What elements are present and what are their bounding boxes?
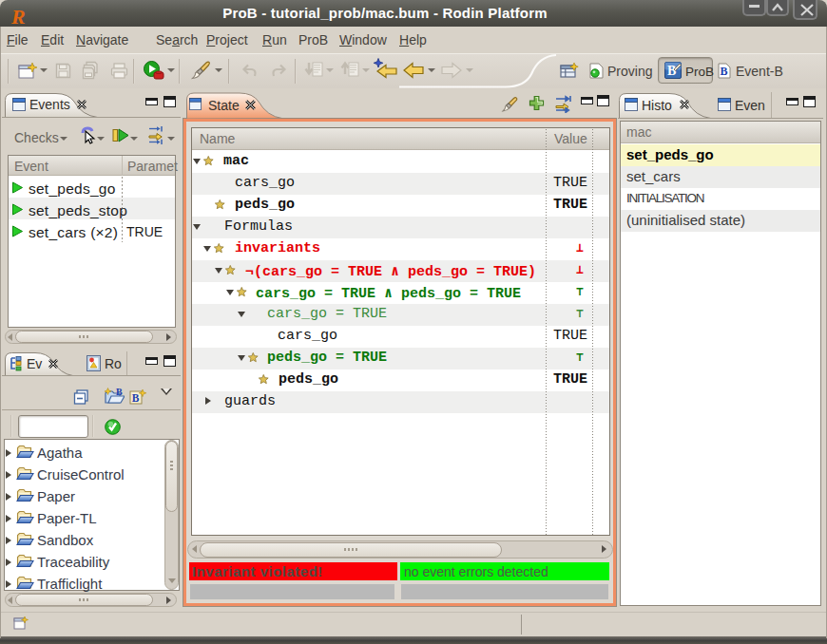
svg-text:B: B: [720, 65, 727, 78]
svg-text:B: B: [116, 388, 123, 397]
svg-text:B: B: [132, 392, 140, 404]
svg-text:B: B: [667, 64, 676, 78]
